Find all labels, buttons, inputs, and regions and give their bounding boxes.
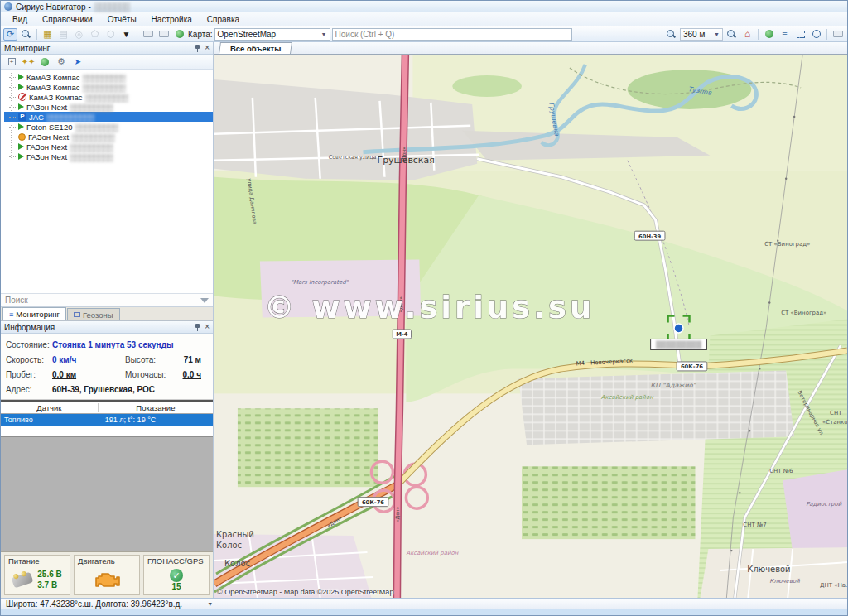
svg-text:М-4: М-4 [396,331,408,338]
expand-all-button[interactable]: + [5,56,18,68]
vehicle-row[interactable]: КамАЗ Компас▒▒▒▒▒▒▒▒▒ [4,82,213,92]
history-button[interactable] [809,28,823,41]
track-button[interactable]: ▼ [119,28,133,41]
status-bar-footer [1,609,847,615]
map-label: Ключевой [769,578,800,585]
map-label: ДНТ «На... [820,582,847,589]
sensor-row[interactable]: Топливо191 л; t°: 19 °C [1,414,213,426]
power-gauge-title: Питание [8,556,66,565]
vehicle-plate-redacted: ▒▒▒▒▒▒▒▒▒ [82,73,125,82]
road-shield: 60К-76 [358,498,388,507]
gauges-strip: Питание 25.6 В 3.7 В Двигатель [1,551,213,598]
sensor-name: Топливо [1,416,99,424]
vehicle-row[interactable]: Foton SE120▒▒▒▒▒▒▒▒▒ [4,122,213,132]
map-snapshot-button[interactable]: ▦ [41,28,55,41]
tab-label: Мониторинг [16,310,60,319]
menu-item[interactable]: Справка [200,14,246,25]
vehicle-row[interactable]: JAC▒▒▒▒▒▒▒▒▒▒ [4,112,213,122]
map-pane: Все объекты [214,42,847,598]
vehicle-row[interactable]: КамАЗ Компас▒▒▒▒▒▒▒▒▒ [4,72,213,82]
list-icon: ≡ [9,310,13,319]
tree-search-placeholder: Поиск [5,296,28,305]
road-shield: 60К-76 [677,362,707,371]
app-icon [4,2,12,11]
settings-button[interactable]: ⚙ [55,56,68,68]
route-button[interactable]: ➤ [71,56,84,68]
screen2-button[interactable] [157,28,171,41]
svg-text:60Н-39: 60Н-39 [638,233,662,240]
selection-button[interactable] [793,28,807,41]
vehicle-name: Foton SE120 [26,123,72,132]
map-view[interactable]: ▒▒▒▒▒▒▒▒▒ ГрушевскаяСоветская улицаулица… [214,55,847,598]
gps-check-icon: ✓ [170,569,183,582]
tree-toolbar: + ✦✦ ⚙ ➤ [1,55,213,70]
map-label: Колос [216,541,242,550]
vehicle-plate-redacted: ▒▒▒▒▒▒▒▒▒ [75,123,118,132]
altitude-label: Высота: [125,355,170,364]
world-button[interactable] [762,28,776,41]
menu-item[interactable]: Настройка [145,14,199,25]
globe-icon [176,30,184,38]
online-button[interactable] [172,28,186,41]
tree-search-input[interactable]: Поиск [1,293,213,307]
filter-icon[interactable] [200,298,209,303]
map-provider-select[interactable]: OpenStreetMap ▼ [214,28,330,41]
vehicle-row[interactable]: ГАЗон Next▒▒▒▒▒▒▒▒▒ [4,152,213,161]
panel-filler [1,436,213,551]
refresh-button[interactable]: ⟳ [3,28,17,41]
minimap-button[interactable] [831,28,845,41]
screen1-button[interactable] [141,28,155,41]
menu-item[interactable]: Вид [6,14,34,25]
tab-label: Геозоны [83,310,113,320]
legend-button[interactable]: ≡ [778,28,792,41]
magnifier-icon [22,30,31,39]
home-button[interactable]: ⌂ [740,28,754,41]
polygon-geozone-button[interactable]: ⬠ [88,28,102,41]
plus-icon: + [8,58,16,65]
chevron-down-icon[interactable]: ▼ [207,601,213,607]
find-vehicle-button[interactable]: ✦✦ [22,56,35,68]
map-tab-all-objects[interactable]: Все объекты [219,42,292,54]
route-icon: ➤ [75,57,81,66]
vehicle-plate-redacted: ▒▒▒▒▒▒▒▒▒ [84,93,128,102]
gps-gauge: ГЛОНАСС/GPS ✓ 15 [143,555,210,595]
globe-icon [765,30,773,38]
close-icon[interactable]: × [205,44,210,52]
zoom-out-button[interactable] [725,28,739,41]
vehicle-name: КамАЗ Компас [26,73,80,82]
chevron-down-icon: ▼ [714,31,720,37]
map-attribution: © OpenStreetMap - Map data ©2025 OpenStr… [217,588,393,596]
zoom-out-icon [727,30,736,39]
vehicle-row[interactable]: ГАЗон Next▒▒▒▒▒▒▒▒▒ [4,132,213,142]
tab-geozones[interactable]: Геозоны [67,308,120,320]
vehicle-row[interactable]: ГАЗон Next▒▒▒▒▒▒▒▒▒ [4,102,213,112]
zoom-in-button[interactable] [664,28,678,41]
watermark: © www.sirius.su [264,289,595,325]
map-label: Красный [216,530,254,539]
pin-icon[interactable] [194,44,201,52]
global-search-input[interactable]: Поиск (Ctrl + Q) [332,28,572,41]
titlebar: Сириус Навигатор - ▒▒▒▒▒▒▒ [1,1,847,12]
menu-item[interactable]: Справочники [36,14,99,25]
vehicle-name: ГАЗон Next [26,152,67,161]
menu-item[interactable]: Отчёты [101,14,143,25]
altitude-value: 71 м [170,355,208,364]
map-canvas[interactable]: ▒▒▒▒▒▒▒▒▒ ГрушевскаяСоветская улицаулица… [214,55,847,598]
show-on-map-button[interactable] [38,56,51,68]
vehicle-row[interactable]: КамАЗ Компас▒▒▒▒▒▒▒▒▒ [4,92,213,102]
search-object-button[interactable] [19,28,33,41]
vehicle-row[interactable]: ГАЗон Next▒▒▒▒▒▒▒▒▒ [4,142,213,152]
coordinates-readout: Широта: 47.43238°с.ш. Долгота: 39.96423°… [6,599,182,609]
mileage-value[interactable]: 0.0 км [52,370,125,379]
vehicle-name: ГАЗон Next [26,103,67,112]
map-select-label: Карта: [188,30,213,39]
hours-value[interactable]: 0.0 ч [170,370,208,379]
route-geozone-button[interactable]: ⬡ [104,28,118,41]
tab-monitoring[interactable]: ≡Мониторинг [2,307,66,320]
zoom-scale-select[interactable]: 360 м ▼ [680,28,723,41]
close-icon[interactable]: × [205,323,210,331]
folder-button[interactable]: ▤ [56,28,70,41]
monitor-icon [143,31,153,37]
pin-icon[interactable] [194,323,201,331]
circle-geozone-button[interactable]: ◎ [72,28,86,41]
